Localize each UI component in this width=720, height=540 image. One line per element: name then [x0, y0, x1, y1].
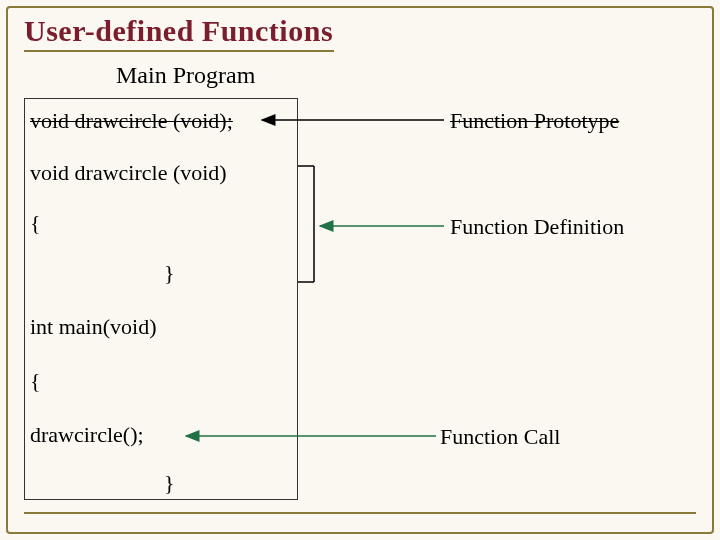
- label-call: Function Call: [440, 424, 560, 450]
- label-definition: Function Definition: [450, 214, 624, 240]
- code-main-header: int main(void): [30, 314, 156, 340]
- code-def-header: void drawcircle (void): [30, 160, 227, 186]
- title-underline: [24, 50, 334, 52]
- code-main-close-brace: }: [164, 470, 175, 496]
- code-def-close-brace: }: [164, 260, 175, 286]
- footer-divider: [24, 512, 696, 514]
- code-call-line: drawcircle();: [30, 422, 144, 448]
- slide-title: User-defined Functions: [24, 14, 333, 48]
- label-prototype: Function Prototype: [450, 108, 619, 134]
- subtitle: Main Program: [116, 62, 255, 89]
- code-prototype-line: void drawcircle (void);: [30, 108, 233, 134]
- code-main-open-brace: {: [30, 368, 41, 394]
- code-def-open-brace: {: [30, 210, 41, 236]
